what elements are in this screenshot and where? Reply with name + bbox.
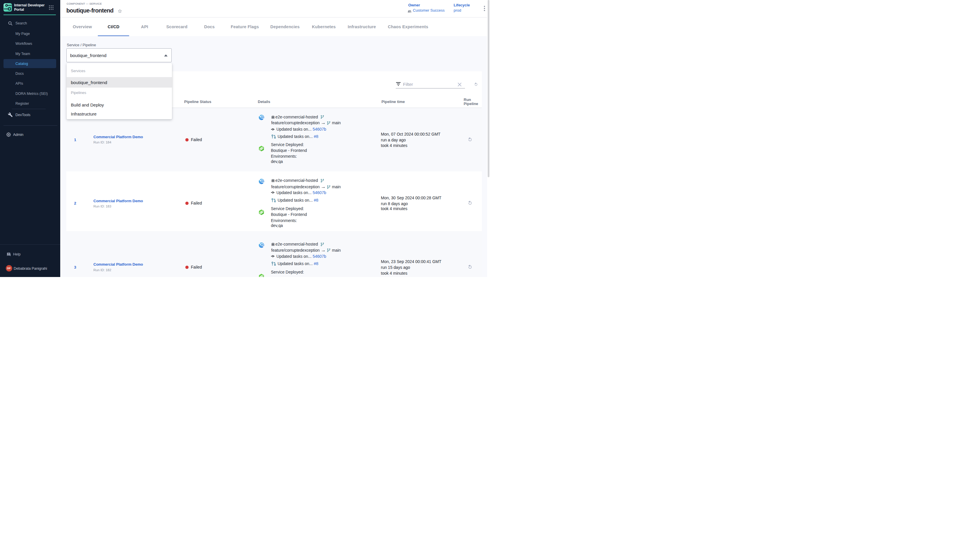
svg-text:?: ? [8, 253, 9, 255]
